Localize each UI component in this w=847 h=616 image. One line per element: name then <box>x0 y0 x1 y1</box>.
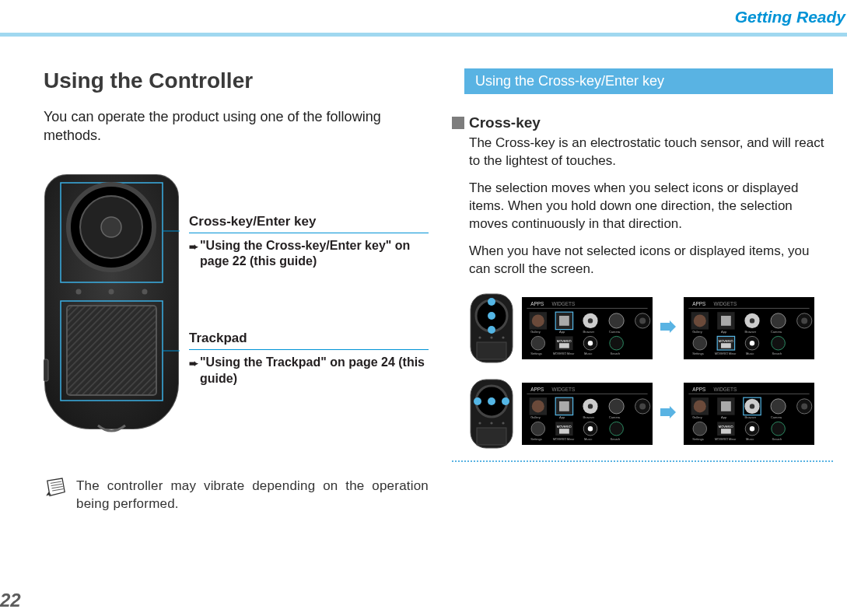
svg-point-88 <box>502 422 504 424</box>
svg-point-43 <box>588 341 593 345</box>
ref-arrow-icon: ➨ <box>189 240 198 271</box>
svg-point-100 <box>609 398 624 413</box>
crosskey-subtitle: Cross-key <box>452 114 833 131</box>
note-text: The controller may vibrate depending on … <box>76 477 429 514</box>
svg-point-30 <box>532 314 544 327</box>
screen-before-v: APPS WIDGETS MOVERIO Gallery App Browser… <box>522 297 653 359</box>
label-crosskey-title: Cross-key/Enter key <box>189 214 429 233</box>
svg-point-6 <box>76 289 82 294</box>
svg-point-128 <box>750 404 754 408</box>
label-crosskey-ref-text: "Using the Cross-key/Enter key" on page … <box>200 238 429 271</box>
svg-point-38 <box>531 336 545 350</box>
svg-text:Music: Music <box>584 351 592 355</box>
svg-text:App: App <box>559 330 565 334</box>
svg-point-5 <box>101 217 121 237</box>
svg-text:WIDGETS: WIDGETS <box>713 301 737 306</box>
svg-point-20 <box>488 298 495 306</box>
svg-text:WIDGETS: WIDGETS <box>713 387 737 392</box>
svg-point-95 <box>532 400 544 412</box>
label-crosskey-ref: ➨ "Using the Cross-key/Enter key" on pag… <box>189 238 429 271</box>
right-column: Using the Cross-key/Enter key Cross-key … <box>452 68 833 585</box>
svg-rect-97 <box>559 401 569 411</box>
svg-rect-135 <box>721 429 731 433</box>
label-trackpad-ref-text: "Using the Trackpad" on page 24 (this gu… <box>200 355 429 387</box>
svg-point-102 <box>639 403 646 409</box>
svg-text:MOVERIO: MOVERIO <box>557 338 572 342</box>
transition-arrow-icon <box>660 406 676 422</box>
svg-rect-11 <box>44 359 48 381</box>
controller-illustration <box>44 169 180 433</box>
svg-text:MOVERIO Mirror: MOVERIO Mirror <box>715 437 737 440</box>
svg-rect-69 <box>721 343 731 348</box>
svg-text:APPS: APPS <box>692 301 705 306</box>
label-trackpad-ref: ➨ "Using the Trackpad" on page 24 (this … <box>189 355 429 387</box>
illustration-row-horizontal: APPS WIDGETS MOVERIO Gallery App Browser… <box>469 378 833 450</box>
svg-text:Browser: Browser <box>744 330 756 334</box>
svg-point-66 <box>693 336 707 350</box>
svg-text:Browser: Browser <box>583 415 594 419</box>
svg-rect-106 <box>559 429 569 433</box>
svg-text:Music: Music <box>584 436 592 440</box>
svg-point-65 <box>801 317 807 324</box>
svg-rect-26 <box>477 342 506 359</box>
screen-after-v: APPS WIDGETS MOVERIO Gallery App Browser… <box>684 297 814 359</box>
svg-rect-60 <box>721 316 731 326</box>
svg-text:MOVERIO: MOVERIO <box>719 424 733 428</box>
svg-text:Camera: Camera <box>609 330 621 334</box>
svg-point-25 <box>502 336 504 338</box>
svg-text:Camera: Camera <box>771 415 782 419</box>
svg-point-138 <box>772 422 786 436</box>
screen-before-h: APPS WIDGETS MOVERIO Gallery App Browser… <box>522 383 653 445</box>
svg-point-22 <box>488 326 495 334</box>
svg-point-99 <box>588 404 593 408</box>
svg-text:MOVERIO: MOVERIO <box>557 424 572 428</box>
svg-text:Settings: Settings <box>692 436 703 440</box>
svg-text:Browser: Browser <box>744 415 756 419</box>
svg-text:MOVERIO Mirror: MOVERIO Mirror <box>553 437 575 440</box>
svg-text:APPS: APPS <box>530 387 544 392</box>
crosskey-subtitle-text: Cross-key <box>469 114 541 131</box>
label-trackpad-title: Trackpad <box>189 331 429 350</box>
svg-text:MOVERIO Mirror: MOVERIO Mirror <box>715 352 737 355</box>
paragraph-1: The Cross-key is an electrostatic touch … <box>452 135 833 170</box>
svg-rect-89 <box>477 428 506 445</box>
mini-controller-horizontal <box>469 378 514 450</box>
tab-apps: APPS <box>530 301 544 306</box>
svg-text:Browser: Browser <box>583 330 594 334</box>
svg-text:Gallery: Gallery <box>692 330 702 334</box>
svg-point-71 <box>750 341 754 345</box>
svg-text:App: App <box>559 415 565 419</box>
svg-text:Search: Search <box>772 351 782 355</box>
svg-text:App: App <box>721 330 727 334</box>
svg-point-72 <box>772 336 786 350</box>
svg-point-84 <box>488 397 495 405</box>
svg-text:App: App <box>721 415 727 419</box>
paragraph-3: When you have not selected icons or disp… <box>452 243 833 278</box>
svg-point-83 <box>474 397 481 405</box>
svg-rect-32 <box>559 316 569 326</box>
svg-point-132 <box>693 422 707 436</box>
content-area: Using the Controller You can operate the… <box>44 68 847 585</box>
svg-point-23 <box>478 336 481 338</box>
controller-diagram: Cross-key/Enter key ➨ "Using the Cross-k… <box>44 169 429 433</box>
tab-widgets: WIDGETS <box>551 301 575 306</box>
diagram-labels: Cross-key/Enter key ➨ "Using the Cross-k… <box>189 169 429 433</box>
svg-point-131 <box>801 403 807 409</box>
svg-point-137 <box>750 426 754 431</box>
svg-text:Settings: Settings <box>530 436 541 440</box>
svg-point-85 <box>502 397 509 405</box>
svg-text:MOVERIO: MOVERIO <box>719 338 733 342</box>
svg-text:Settings: Settings <box>692 351 703 355</box>
svg-point-35 <box>609 313 624 327</box>
svg-point-123 <box>694 400 706 412</box>
svg-point-34 <box>588 318 593 323</box>
svg-point-87 <box>490 422 492 424</box>
svg-text:Camera: Camera <box>771 330 782 334</box>
svg-point-109 <box>610 422 624 436</box>
subheading-bar: Using the Cross-key/Enter key <box>464 68 833 94</box>
svg-text:Camera: Camera <box>609 415 621 419</box>
transition-arrow-icon <box>660 320 676 336</box>
svg-rect-125 <box>721 401 731 411</box>
svg-text:Music: Music <box>746 436 754 440</box>
svg-point-129 <box>771 398 786 413</box>
